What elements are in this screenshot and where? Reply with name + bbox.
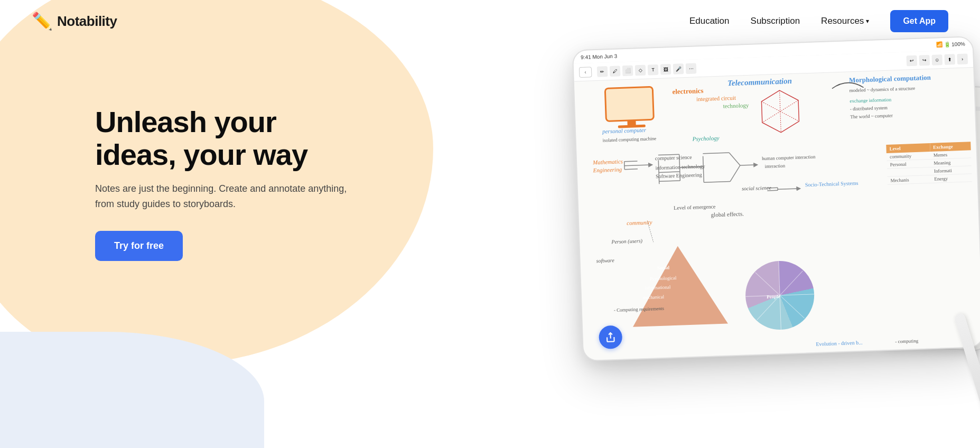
note-global: global effects. — [711, 210, 744, 218]
tool-text: T — [648, 64, 659, 75]
tablet-note-content: electronics Telecommunication integrated… — [574, 68, 980, 360]
get-app-button[interactable]: Get App — [890, 10, 948, 32]
svg-line-19 — [778, 189, 799, 189]
logo[interactable]: ✏️ Notability — [32, 11, 117, 31]
svg-line-6 — [703, 156, 704, 183]
chevron-down-icon: ▾ — [866, 17, 869, 25]
svg-line-4 — [659, 181, 680, 181]
tool-marker: 🖊 — [610, 66, 621, 77]
note-math: Mathematics — [593, 158, 623, 165]
hero-section: Unleash your ideas, your way Notes are j… — [0, 0, 980, 448]
tool-next: › — [957, 53, 968, 64]
note-electronics: electronics — [672, 87, 703, 96]
logo-text: Notability — [57, 13, 117, 30]
svg-line-23 — [761, 100, 799, 123]
note-exchange: exchange information — [850, 97, 891, 104]
tool-image: 🖼 — [660, 64, 671, 75]
nav-education[interactable]: Education — [689, 16, 730, 26]
note-person: Person (users) — [611, 238, 642, 245]
note-computing: - computing — [895, 338, 918, 344]
svg-line-24 — [761, 100, 799, 123]
share-button[interactable] — [599, 325, 623, 350]
note-social: social science — [742, 185, 771, 192]
pyramid-social: Social — [657, 265, 669, 270]
tool-undo: ↩ — [906, 55, 917, 66]
note-table: Level Exchange community Memes Personal — [886, 142, 972, 185]
note-cs: computer science — [655, 154, 692, 161]
svg-line-11 — [740, 165, 756, 165]
pyramid-info: informational — [645, 284, 670, 291]
note-nodes: modeled ~ dynamics of a structure — [850, 86, 916, 93]
note-community: community — [627, 219, 652, 226]
note-tech: technology — [723, 102, 749, 109]
note-eng: Engineering — [593, 166, 622, 173]
nav-resources[interactable]: Resources ▾ — [821, 16, 869, 26]
note-morpho: Morphological computation — [849, 73, 931, 85]
nav-subscription[interactable]: Subscription — [751, 16, 800, 26]
hero-content: Unleash your ideas, your way Notes are j… — [95, 106, 349, 261]
svg-line-8 — [704, 182, 730, 183]
svg-text:People: People — [767, 294, 780, 300]
svg-line-7 — [703, 153, 729, 154]
tool-redo: ↪ — [919, 54, 930, 66]
svg-line-13 — [624, 169, 638, 170]
tool-more: ⋯ — [686, 63, 697, 74]
hero-subtitle: Notes are just the beginning. Create and… — [95, 181, 349, 212]
note-world: The world ~ computer — [850, 113, 893, 119]
svg-rect-26 — [627, 120, 636, 126]
svg-line-12 — [624, 161, 638, 162]
note-it: information technology — [655, 163, 705, 171]
status-time: 9:41 Mon Jun 3 — [581, 53, 617, 60]
note-distributed: - distributed system — [850, 105, 888, 111]
svg-rect-25 — [605, 87, 654, 121]
note-software: software — [596, 257, 614, 264]
tool-audio: 🎤 — [673, 63, 684, 74]
try-for-free-button[interactable]: Try for free — [95, 231, 183, 261]
tool-emoji: ☺ — [931, 54, 942, 66]
tool-share: ⬆ — [944, 54, 955, 65]
svg-line-22 — [780, 90, 781, 133]
svg-line-10 — [730, 165, 741, 182]
hero-title: Unleash your ideas, your way — [95, 106, 349, 171]
svg-line-14 — [624, 162, 625, 170]
logo-icon: ✏️ — [32, 11, 53, 31]
back-button: ‹ — [579, 67, 592, 78]
note-level: Level of emergence — [674, 203, 716, 211]
header: ✏️ Notability Education Subscription Res… — [0, 0, 980, 42]
navigation: Education Subscription Resources ▾ Get A… — [689, 10, 948, 32]
pyramid-mech: mechanical — [642, 294, 664, 300]
tablet-mockup: 9:41 Mon Jun 3 📶 🔋 100% ‹ ✏ 🖊 ⬜ ◇ T 🖼 🎤 … — [572, 35, 980, 430]
svg-marker-21 — [761, 90, 799, 133]
note-ic: integrated circuit — [696, 95, 736, 102]
note-isolated: isolated computing machine — [603, 136, 657, 143]
tool-shape: ◇ — [635, 64, 646, 76]
note-se: Software Engineering — [656, 172, 702, 179]
tablet-device: 9:41 Mon Jun 3 📶 🔋 100% ‹ ✏ 🖊 ⬜ ◇ T 🖼 🎤 … — [572, 36, 980, 361]
pyramid-psych: Psychological — [650, 275, 677, 282]
note-hci: human computer interaction — [762, 154, 816, 162]
pie-chart: People — [744, 260, 815, 331]
note-bottom: Evolution - driven b... — [816, 340, 863, 347]
svg-line-2 — [658, 161, 659, 184]
tool-pen: ✏ — [597, 66, 608, 77]
note-psychology: Psychology — [692, 135, 719, 142]
tool-eraser: ⬜ — [622, 65, 633, 76]
note-area: electronics Telecommunication integrated… — [574, 68, 980, 360]
svg-line-9 — [729, 152, 740, 166]
svg-line-15 — [624, 165, 651, 166]
note-interaction: interaction — [764, 163, 785, 169]
note-jts: Socio-Technical Systems — [805, 180, 858, 188]
note-telecom: Telecommunication — [727, 77, 792, 88]
